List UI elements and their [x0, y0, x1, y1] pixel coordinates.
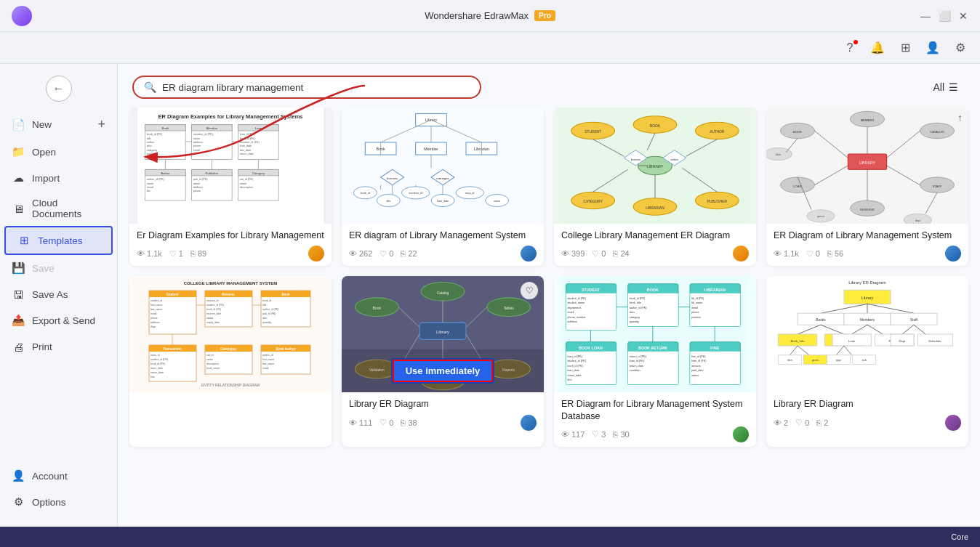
all-filter-btn[interactable]: All ☰: [925, 78, 965, 96]
svg-text:return_date: return_date: [150, 371, 164, 374]
sidebar: ← 📄 New + 📁 Open ☁ Import 🖥 Cloud Docume…: [0, 64, 118, 527]
layout-icon[interactable]: ⊞: [897, 40, 913, 56]
sidebar-label-options: Options: [32, 497, 105, 508]
svg-text:author: author: [147, 141, 155, 144]
svg-text:Staff: Staff: [910, 318, 917, 322]
svg-text:isbn: isbn: [147, 145, 152, 147]
card-image-4: LIBRARY BOOK MEMBER CATALOG LOAN: [766, 108, 968, 224]
sidebar-item-print[interactable]: 🖨 Print: [0, 333, 117, 360]
card-stats-8: 👁 2 ♡ 0 ⎘ 2: [774, 415, 961, 431]
template-card-2[interactable]: Library Book Member Librarian borrows: [342, 108, 544, 266]
sidebar-item-import[interactable]: ☁ Import: [0, 165, 117, 191]
svg-text:title: title: [262, 304, 267, 307]
sidebar-item-new[interactable]: 📄 New +: [0, 110, 117, 139]
svg-text:return_date: return_date: [240, 153, 254, 155]
footer-text: Core: [951, 532, 968, 541]
saveas-icon: 🖫: [12, 288, 25, 301]
close-btn[interactable]: ✕: [958, 11, 968, 21]
user-avatar: [12, 6, 32, 26]
svg-text:paid_date: paid_date: [691, 369, 703, 372]
svg-text:loan_id (FK): loan_id (FK): [630, 360, 644, 363]
account-icon: 👤: [12, 469, 25, 482]
svg-text:reserve_id: reserve_id: [206, 299, 218, 302]
svg-text:Library: Library: [861, 296, 874, 300]
svg-text:Library ER Diagram: Library ER Diagram: [848, 280, 886, 285]
template-card-1[interactable]: ER Diagram Examples for Library Manageme…: [129, 108, 332, 266]
help-icon[interactable]: ?: [842, 40, 858, 56]
diagram-svg-5: COLLEGE LIBRARY MANAGEMENT SYSTEM Studen…: [129, 276, 332, 392]
likes-stat-2: ♡ 0: [379, 249, 393, 259]
card-title-6: Library ER Diagram: [349, 398, 537, 410]
svg-text:PUBLISHER: PUBLISHER: [707, 200, 728, 203]
svg-text:Books: Books: [816, 318, 826, 322]
likes-stat-7: ♡ 3: [592, 429, 606, 439]
svg-text:loan_id (PK): loan_id (PK): [240, 133, 254, 136]
svg-text:Loan: Loan: [848, 339, 856, 343]
back-button[interactable]: ←: [46, 76, 72, 102]
svg-text:due_date: due_date: [240, 149, 252, 152]
template-card-7[interactable]: STUDENT student_id (PK) student_name dep…: [554, 276, 756, 447]
card-avatar-4: [945, 246, 961, 262]
svg-text:email: email: [150, 312, 157, 315]
sidebar-item-account[interactable]: 👤 Account: [0, 463, 117, 489]
svg-text:MEMBER: MEMBER: [861, 118, 875, 122]
svg-text:AUTHOR: AUTHOR: [710, 130, 725, 134]
template-card-6[interactable]: Library Book Catalog Tables Validation M…: [342, 276, 544, 447]
svg-text:category: category: [147, 149, 157, 152]
svg-text:Book: Book: [373, 307, 382, 310]
card-title-8: Library ER Diagram: [774, 398, 961, 410]
sidebar-item-saveas[interactable]: 🖫 Save As: [0, 281, 117, 307]
templates-icon: ⊞: [17, 234, 31, 247]
svg-text:amount: amount: [691, 365, 700, 368]
diagram-svg-4: LIBRARY BOOK MEMBER CATALOG LOAN: [766, 108, 968, 224]
svg-text:Transaction: Transaction: [163, 347, 182, 351]
card-stats-7: 👁 117 ♡ 3 ⎘ 30: [561, 426, 749, 442]
template-card-4[interactable]: LIBRARY BOOK MEMBER CATALOG LOAN: [766, 108, 968, 266]
card-body-8: Library ER Diagram 👁 2 ♡ 0 ⎘ 2: [766, 392, 968, 434]
likes-stat-4: ♡ 0: [806, 249, 820, 259]
sidebar-item-export[interactable]: 📤 Export & Send: [0, 307, 117, 333]
likes-stat-3: ♡ 0: [592, 249, 606, 259]
sidebar-item-open[interactable]: 📁 Open: [0, 139, 117, 165]
svg-text:loan_id (FK): loan_id (FK): [691, 360, 706, 363]
sidebar-item-templates[interactable]: ⊞ Templates: [4, 226, 113, 255]
new-icon: 📄: [12, 118, 25, 131]
svg-text:Member: Member: [424, 147, 438, 151]
sidebar-item-options[interactable]: ⚙ Options: [0, 489, 117, 515]
svg-text:student_id (FK): student_id (FK): [206, 304, 224, 307]
svg-text:return_date: return_date: [630, 365, 643, 368]
svg-text:first_name: first_name: [150, 304, 162, 307]
copies-stat-4: ⎘ 56: [827, 249, 843, 258]
svg-text:Book: Book: [281, 293, 290, 296]
svg-text:book_id (FK): book_id (FK): [567, 365, 582, 368]
template-card-3[interactable]: LIBRARY STUDENT BOOK AUTHOR CATEGORY: [554, 108, 756, 266]
use-immediately-btn[interactable]: Use immediately: [391, 358, 495, 384]
card-body-7: ER Diagram for Library Management System…: [554, 392, 756, 447]
app-name: Wondershare EdrawMax: [425, 10, 529, 21]
template-card-5[interactable]: COLLEGE LIBRARY MANAGEMENT SYSTEM Studen…: [129, 276, 332, 447]
user-icon[interactable]: 👤: [925, 40, 941, 56]
card-title-7: ER Diagram for Library Management System…: [561, 398, 749, 422]
card-body-2: ER diagram of Library Management System …: [342, 224, 544, 266]
svg-text:book_id (FK): book_id (FK): [206, 308, 221, 311]
sidebar-item-cloud[interactable]: 🖥 Cloud Documents: [0, 191, 117, 226]
notification-icon[interactable]: 🔔: [869, 40, 885, 56]
svg-text:Author: Author: [161, 171, 170, 175]
minimize-btn[interactable]: —: [920, 11, 931, 21]
svg-text:isbn: isbn: [787, 360, 792, 362]
svg-text:ENTITY RELATIONSHIP DIAGRAM: ENTITY RELATIONSHIP DIAGRAM: [201, 383, 260, 387]
sidebar-label-saveas: Save As: [32, 289, 105, 300]
svg-text:borrows: borrows: [387, 177, 398, 180]
svg-text:address: address: [193, 186, 203, 189]
svg-text:publisher: publisher: [147, 153, 158, 155]
svg-text:STUDENT: STUDENT: [582, 288, 601, 293]
copies-stat-3: ⎘ 24: [613, 249, 629, 258]
new-plus-icon: +: [97, 117, 105, 132]
settings-icon[interactable]: ⚙: [952, 40, 968, 56]
template-card-8[interactable]: Library ER Diagram Library Books Members…: [766, 276, 968, 447]
svg-text:COLLEGE LIBRARY MANAGEMENT SYS: COLLEGE LIBRARY MANAGEMENT SYSTEM: [184, 281, 278, 285]
maximize-btn[interactable]: ⬜: [939, 11, 949, 21]
search-input[interactable]: [162, 82, 470, 93]
svg-text:description: description: [206, 362, 219, 365]
svg-text:student_id (PK): student_id (PK): [567, 297, 586, 300]
